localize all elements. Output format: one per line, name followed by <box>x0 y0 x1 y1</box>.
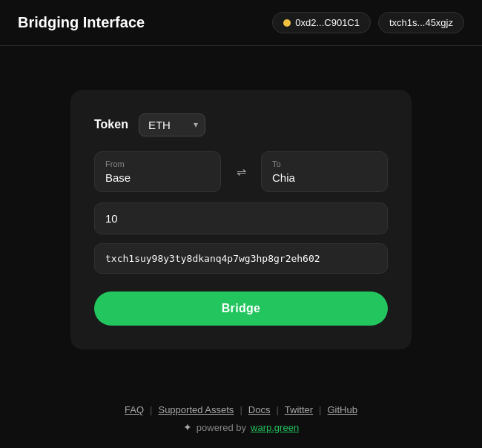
eth-wallet-button[interactable]: 0xd2...C901C1 <box>272 12 371 33</box>
to-label: To <box>272 159 377 168</box>
eth-wallet-address: 0xd2...C901C1 <box>295 17 360 28</box>
from-to-row: From Base ⇌ To Chia <box>94 151 388 192</box>
app-title: Bridging Interface <box>18 14 145 31</box>
from-value: Base <box>105 171 210 184</box>
footer: FAQ | Supported Assets | Docs | Twitter … <box>0 392 482 448</box>
to-value: Chia <box>272 171 377 184</box>
token-select[interactable]: ETH BTC USDC <box>139 113 205 136</box>
docs-link[interactable]: Docs <box>242 404 277 415</box>
address-input[interactable] <box>94 243 388 274</box>
swap-arrows-icon: ⇌ <box>237 165 246 179</box>
warp-green-link[interactable]: warp.green <box>251 422 299 433</box>
from-label: From <box>105 159 210 168</box>
sparkle-icon: ✦ <box>183 421 192 433</box>
powered-by-row: ✦ powered by warp.green <box>183 421 299 433</box>
header: Bridging Interface 0xd2...C901C1 txch1s.… <box>0 0 482 46</box>
powered-text: powered by <box>197 422 246 433</box>
bridge-button[interactable]: Bridge <box>94 291 388 326</box>
chia-wallet-button[interactable]: txch1s...45xgjz <box>378 12 464 33</box>
supported-assets-link[interactable]: Supported Assets <box>152 404 240 415</box>
bridge-card: Token ETH BTC USDC From Base ⇌ To Chia <box>70 90 412 349</box>
twitter-link[interactable]: Twitter <box>279 404 319 415</box>
swap-button[interactable]: ⇌ <box>228 159 254 184</box>
amount-input[interactable] <box>94 202 388 234</box>
from-chain-box: From Base <box>94 151 221 192</box>
header-right: 0xd2...C901C1 txch1s...45xgjz <box>272 12 464 33</box>
token-row: Token ETH BTC USDC <box>94 113 388 136</box>
github-link[interactable]: GitHub <box>321 404 363 415</box>
chia-wallet-address: txch1s...45xgjz <box>389 17 453 28</box>
to-chain-box: To Chia <box>261 151 388 192</box>
faq-link[interactable]: FAQ <box>119 404 150 415</box>
wallet-dot-icon <box>283 19 291 27</box>
footer-links: FAQ | Supported Assets | Docs | Twitter … <box>119 404 363 415</box>
token-select-wrapper: ETH BTC USDC <box>139 113 205 136</box>
main-content: Token ETH BTC USDC From Base ⇌ To Chia <box>0 46 482 392</box>
token-label: Token <box>94 118 128 131</box>
